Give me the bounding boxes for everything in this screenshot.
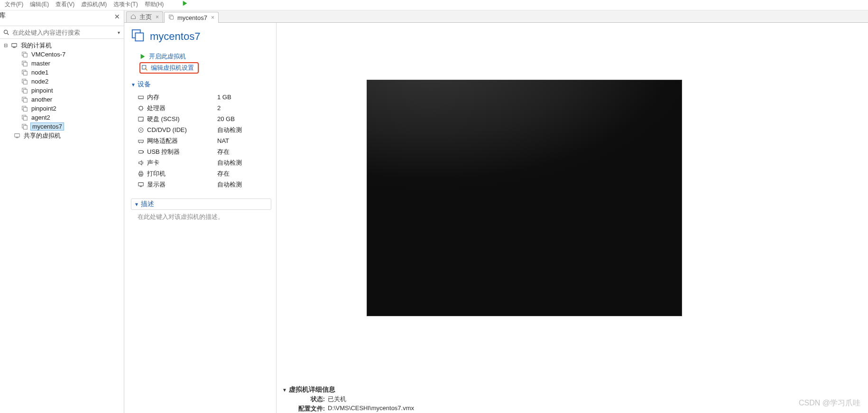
device-name: 处理器 bbox=[147, 104, 217, 113]
search-dropdown-icon[interactable]: ▾ bbox=[117, 30, 121, 35]
menu-tabs[interactable]: 选项卡(T) bbox=[111, 0, 140, 9]
tree-root-my-computer[interactable]: ⊟ 我的计算机 bbox=[3, 41, 124, 50]
tab-home[interactable]: 主页 × bbox=[126, 11, 163, 22]
svg-rect-41 bbox=[139, 117, 144, 121]
edit-icon bbox=[141, 65, 148, 71]
tab-close-icon[interactable]: × bbox=[154, 14, 159, 20]
vm-library-tree: ⊟ 我的计算机 VMCentos-7 master node1 node2 pi… bbox=[0, 39, 124, 140]
device-name: 打印机 bbox=[147, 169, 217, 178]
device-row[interactable]: USB 控制器存在 bbox=[138, 146, 271, 157]
device-value: 自动检测 bbox=[217, 126, 242, 134]
device-row[interactable]: 内存1 GB bbox=[138, 92, 271, 103]
svg-point-44 bbox=[140, 129, 141, 130]
start-vm-link[interactable]: 开启此虚拟机 bbox=[139, 51, 271, 62]
devices-header[interactable]: ▼ 设备 bbox=[131, 80, 271, 89]
net-icon bbox=[138, 138, 147, 144]
vm-icon bbox=[21, 60, 28, 67]
vm-icon bbox=[21, 87, 28, 94]
tree-label: another bbox=[30, 96, 53, 103]
tree-label: mycentos7 bbox=[30, 122, 64, 131]
device-row[interactable]: 处理器2 bbox=[138, 103, 271, 113]
sidebar-search[interactable]: ▾ bbox=[0, 26, 124, 39]
description-header[interactable]: ▼ 描述 bbox=[131, 198, 271, 210]
tree-item[interactable]: master bbox=[3, 59, 124, 68]
menu-vm[interactable]: 虚拟机(M) bbox=[78, 0, 110, 9]
vm-icon bbox=[21, 51, 28, 58]
sidebar-close-icon[interactable]: ✕ bbox=[114, 13, 120, 20]
toolbar-play-icon[interactable] bbox=[182, 0, 188, 7]
detail-value: 已关机 bbox=[328, 395, 346, 404]
tree-item[interactable]: agent2 bbox=[3, 113, 124, 122]
twisty-icon[interactable]: ⊟ bbox=[4, 43, 9, 48]
vm-title: mycentos7 bbox=[150, 30, 200, 43]
svg-point-1 bbox=[4, 30, 7, 33]
device-value: 存在 bbox=[217, 169, 230, 178]
device-row[interactable]: 网络适配器NAT bbox=[138, 135, 271, 146]
tab-vm-active[interactable]: mycentos7 × bbox=[164, 12, 219, 23]
device-row[interactable]: 声卡自动检测 bbox=[138, 157, 271, 168]
device-value: 自动检测 bbox=[217, 180, 242, 189]
devices-section: ▼ 设备 内存1 GB处理器2硬盘 (SCSI)20 GBCD/DVD (IDE… bbox=[131, 80, 271, 190]
search-icon bbox=[3, 29, 9, 36]
tree-label: 共享的虚拟机 bbox=[23, 131, 62, 140]
device-name: 硬盘 (SCSI) bbox=[147, 115, 217, 123]
tree-label: node1 bbox=[30, 69, 49, 76]
vm-details-header[interactable]: ▼ 虚拟机详细信息 bbox=[282, 385, 868, 394]
vm-details-title: 虚拟机详细信息 bbox=[289, 385, 335, 394]
preview-gloss bbox=[367, 80, 682, 316]
svg-point-42 bbox=[142, 119, 143, 120]
search-input[interactable] bbox=[12, 29, 114, 36]
svg-marker-0 bbox=[183, 1, 187, 6]
device-name: USB 控制器 bbox=[147, 148, 217, 156]
vm-detail-status: 状态: 已关机 bbox=[282, 395, 868, 404]
vm-preview-thumbnail[interactable] bbox=[367, 80, 682, 316]
device-row[interactable]: 硬盘 (SCSI)20 GB bbox=[138, 113, 271, 124]
svg-rect-28 bbox=[135, 33, 143, 41]
usb-icon bbox=[138, 149, 147, 155]
menu-file[interactable]: 文件(F) bbox=[2, 0, 26, 9]
device-value: 自动检测 bbox=[217, 159, 242, 167]
description-placeholder[interactable]: 在此处键入对该虚拟机的描述。 bbox=[131, 210, 271, 221]
tree-item[interactable]: pinpoint bbox=[3, 86, 124, 95]
vm-detail-config: 配置文件: D:\VMS\CESHI\mycentos7.vmx bbox=[282, 404, 868, 413]
edit-vm-label: 编辑虚拟机设置 bbox=[151, 64, 194, 72]
device-name: 内存 bbox=[147, 93, 217, 102]
tree-label: 我的计算机 bbox=[20, 41, 53, 50]
tree-item-selected[interactable]: mycentos7 bbox=[3, 122, 124, 131]
svg-rect-3 bbox=[12, 43, 17, 47]
vm-large-icon bbox=[131, 28, 145, 44]
svg-rect-12 bbox=[23, 80, 27, 84]
device-row[interactable]: 显示器自动检测 bbox=[138, 179, 271, 190]
svg-rect-54 bbox=[140, 186, 142, 187]
shared-icon bbox=[13, 132, 21, 139]
svg-rect-45 bbox=[139, 140, 144, 142]
vm-icon bbox=[21, 123, 28, 130]
prn-icon bbox=[138, 170, 147, 177]
device-row[interactable]: CD/DVD (IDE)自动检测 bbox=[138, 124, 271, 135]
tab-bar: 主页 × mycentos7 × bbox=[124, 10, 868, 23]
menu-edit[interactable]: 编辑(E) bbox=[27, 0, 52, 9]
device-row[interactable]: 打印机存在 bbox=[138, 168, 271, 179]
tree-item[interactable]: node1 bbox=[3, 68, 124, 77]
tree-item[interactable]: another bbox=[3, 95, 124, 104]
tree-item[interactable]: pinpoint2 bbox=[3, 104, 124, 113]
edit-vm-settings-link[interactable]: 编辑虚拟机设置 bbox=[139, 62, 199, 74]
tree-label: pinpoint bbox=[30, 87, 54, 94]
tree-shared-vms[interactable]: 共享的虚拟机 bbox=[3, 131, 124, 140]
sidebar: 库 ✕ ▾ ⊟ 我的计算机 VMCentos-7 master node1 no… bbox=[0, 10, 124, 413]
menu-help[interactable]: 帮助(H) bbox=[142, 0, 167, 9]
device-value: 2 bbox=[217, 104, 221, 112]
vm-title-row: mycentos7 bbox=[131, 28, 271, 44]
tree-item[interactable]: VMCentos-7 bbox=[3, 50, 124, 59]
vm-details-section: ▼ 虚拟机详细信息 状态: 已关机 配置文件: D:\VMS\CESHI\myc… bbox=[282, 385, 868, 413]
menu-view[interactable]: 查看(V) bbox=[53, 0, 77, 9]
vm-icon bbox=[21, 69, 28, 76]
tree-item[interactable]: node2 bbox=[3, 77, 124, 86]
tab-close-icon[interactable]: × bbox=[210, 14, 214, 21]
tree-label: master bbox=[30, 60, 51, 67]
tab-label: mycentos7 bbox=[177, 14, 207, 21]
description-title: 描述 bbox=[141, 200, 154, 208]
svg-rect-8 bbox=[23, 62, 27, 66]
tree-label: VMCentos-7 bbox=[30, 51, 66, 58]
vm-icon bbox=[21, 105, 28, 112]
